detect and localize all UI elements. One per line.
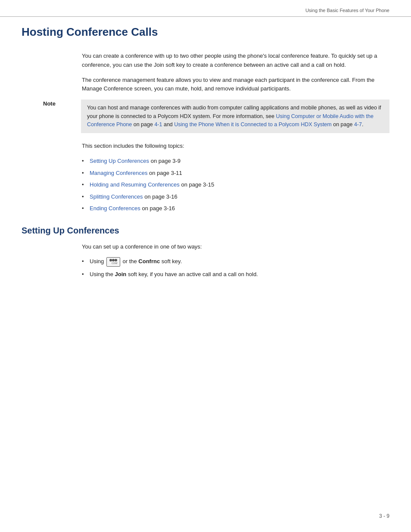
topic-link-1[interactable]: Setting Up Conferences — [90, 158, 149, 164]
page-header: Using the Basic Features of Your Phone — [0, 0, 411, 17]
svg-point-1 — [112, 259, 115, 261]
bullet1-bold: Confrnc — [138, 258, 160, 265]
list-item: Using the Join soft key, if you have an … — [82, 270, 389, 279]
section2-intro-section: You can set up a conference in one of tw… — [82, 243, 389, 252]
header-label: Using the Basic Features of Your Phone — [305, 8, 389, 13]
section2-intro-text: You can set up a conference in one of tw… — [82, 243, 389, 252]
note-content: You can host and manage conferences with… — [81, 100, 389, 133]
intro-para-1: You can create a conference with up to t… — [82, 52, 389, 70]
list-item: Ending Conferences on page 3-16 — [82, 204, 389, 213]
topic-link-4[interactable]: Splitting Conferences — [90, 193, 143, 200]
svg-point-0 — [109, 259, 112, 261]
topic-link-2[interactable]: Managing Conferences — [90, 170, 147, 176]
note-text-5: . — [362, 121, 363, 128]
note-link-page-1[interactable]: 4-1 — [154, 121, 162, 128]
topic-page-2: on page 3-11 — [149, 170, 182, 176]
page-footer: 3 - 9 — [379, 513, 389, 519]
topics-list: Setting Up Conferences on page 3-9 Manag… — [82, 157, 389, 213]
topic-page-1: on page 3-9 — [151, 158, 181, 164]
list-item: Splitting Conferences on page 3-16 — [82, 193, 389, 201]
conf-icon: CONF — [106, 257, 120, 267]
bullet2-end: soft key, if you have an active call and… — [126, 271, 258, 277]
bullet1-end: soft key. — [160, 258, 182, 265]
note-link-2[interactable]: Using the Phone When it is Connected to … — [174, 121, 331, 128]
svg-point-2 — [115, 259, 117, 261]
page-content: Hosting Conference Calls You can create … — [0, 17, 411, 303]
section2-bullets: Using CONF or the Confrnc soft key. Usin… — [82, 257, 389, 279]
topic-page-4: on page 3-16 — [144, 193, 177, 200]
list-item: Managing Conferences on page 3-11 — [82, 169, 389, 177]
topic-link-5[interactable]: Ending Conferences — [90, 205, 140, 212]
note-text-2: on page — [132, 121, 154, 128]
bullet2-before: Using the — [90, 271, 115, 277]
topic-page-5: on page 3-16 — [142, 205, 175, 212]
note-text-3: and — [162, 121, 174, 128]
bullet2-bold: Join — [115, 271, 127, 277]
note-link-page-2[interactable]: 4-7 — [354, 121, 362, 128]
list-item: Using CONF or the Confrnc soft key. — [82, 257, 389, 267]
list-item: Setting Up Conferences on page 3-9 — [82, 157, 389, 165]
list-item: Holding and Resuming Conferences on page… — [82, 180, 389, 189]
intro-para-2: The conference management feature allows… — [82, 76, 389, 94]
svg-text:CONF: CONF — [112, 262, 118, 264]
bullet1-middle: or the — [122, 258, 138, 265]
bullet1-before: Using — [90, 258, 106, 265]
note-text-4: on page — [332, 121, 354, 128]
page-container: Using the Basic Features of Your Phone H… — [0, 0, 411, 532]
topic-page-3: on page 3-15 — [181, 181, 214, 188]
topics-intro-section: This section includes the following topi… — [82, 142, 389, 151]
intro-section: You can create a conference with up to t… — [82, 52, 389, 93]
main-heading: Hosting Conference Calls — [22, 25, 389, 41]
note-block: Note You can host and manage conferences… — [43, 100, 389, 133]
topic-link-3[interactable]: Holding and Resuming Conferences — [90, 181, 180, 188]
section2-heading: Setting Up Conferences — [22, 226, 389, 236]
section-intro-text: This section includes the following topi… — [82, 142, 389, 151]
note-label: Note — [43, 100, 81, 133]
